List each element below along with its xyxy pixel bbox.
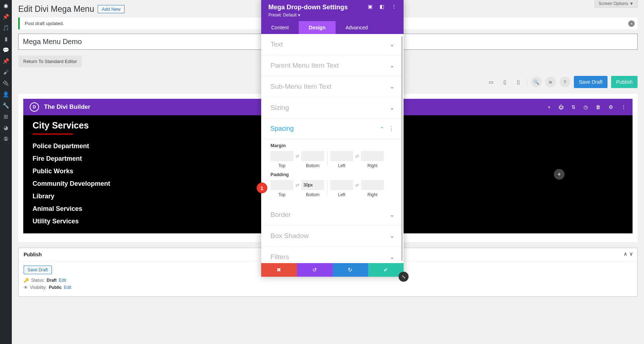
input-separator (327, 180, 327, 195)
chevron-down-icon: ⌄ (390, 63, 394, 68)
undo-button[interactable]: ↺ (297, 263, 333, 277)
edit-visibility-link[interactable]: Edit (64, 285, 71, 290)
chevron-down-icon: ⌄ (390, 84, 394, 89)
link-icon[interactable]: ⇄ (353, 154, 361, 159)
annotation-marker-1: 1 (257, 183, 267, 193)
add-icon[interactable]: + (548, 104, 551, 110)
margin-right-input[interactable] (361, 151, 384, 161)
top-label: Top (270, 192, 293, 197)
zoom-icon[interactable]: 🔍 (531, 77, 542, 87)
link-icon[interactable]: ⇄ (293, 183, 301, 188)
module-settings-panel[interactable]: Mega Drop-down Settings Preset: Default … (261, 0, 404, 277)
save-draft-small-button[interactable]: Save Draft (24, 266, 52, 274)
chevron-down-icon: ⌄ (390, 212, 394, 218)
notice-text: Post draft updated. (25, 21, 64, 26)
cancel-button[interactable]: ✖ (261, 263, 297, 277)
collapse-down-icon[interactable]: ∨ (629, 251, 633, 257)
divi-d-icon[interactable]: ① (0, 133, 12, 144)
section-parent-text[interactable]: Parent Menu Item Text ⌄ (261, 55, 404, 76)
menu-item[interactable]: Police Department (33, 142, 300, 150)
history-icon[interactable]: ◷ (584, 104, 588, 110)
collapse-up-icon[interactable]: ∧ (624, 251, 627, 257)
tools-icon[interactable]: 🔧 (0, 100, 12, 111)
comments-icon[interactable]: 💬 (0, 44, 12, 55)
section-border[interactable]: Border ⌄ (261, 204, 404, 226)
pages-icon[interactable]: ▮ (0, 33, 12, 44)
menu-item[interactable]: Utility Services (33, 218, 300, 225)
toolbar-divider (527, 78, 527, 86)
menu-item[interactable]: Public Works (33, 168, 300, 175)
split-view-icon[interactable]: ◧ (380, 4, 384, 9)
screen-options-toggle[interactable]: Screen Options ▼ (595, 0, 638, 8)
power-icon[interactable]: ⏻ (558, 104, 564, 110)
more-icon[interactable]: ⋮ (621, 104, 626, 110)
padding-top-input[interactable] (270, 180, 293, 190)
scrollbar[interactable] (401, 36, 403, 261)
fullscreen-icon[interactable]: ▣ (368, 4, 372, 9)
menu-item[interactable]: Animal Services (33, 205, 300, 213)
menu-item[interactable]: Library (33, 193, 300, 200)
dashboard-icon[interactable]: ◉ (0, 0, 12, 11)
settings-icon[interactable]: ⊞ (0, 111, 12, 122)
padding-left-input[interactable] (330, 180, 353, 190)
divi-icon[interactable]: ◕ (0, 122, 12, 133)
add-new-button[interactable]: Add New (98, 5, 125, 13)
users-icon[interactable]: 👤 (0, 89, 12, 100)
swap-icon[interactable]: ⇅ (571, 104, 576, 110)
resize-handle-icon[interactable]: ⤡ (399, 272, 409, 282)
tab-design[interactable]: Design (299, 21, 336, 34)
visibility-value: Public (49, 285, 62, 290)
section-box-shadow[interactable]: Box Shadow ⌄ (261, 226, 404, 247)
link-icon[interactable]: ⇄ (353, 183, 361, 188)
section-sizing[interactable]: Sizing ⌄ (261, 97, 404, 118)
section-spacing[interactable]: Spacing ⌃ ⋮ (261, 118, 404, 139)
menu-item[interactable]: Fire Department (33, 155, 300, 163)
gear-icon[interactable]: ⚙ (609, 104, 613, 110)
layers-icon[interactable]: ≋ (545, 77, 556, 87)
desktop-view-icon[interactable]: ▭ (486, 77, 496, 87)
wp-admin-sidebar[interactable]: ◉ 📌 🎵 ▮ 💬 📌 🖌 🔌 👤 🔧 ⊞ ◕ ① (0, 0, 12, 297)
section-heading: City Services (33, 120, 300, 131)
redo-button[interactable]: ↻ (332, 263, 368, 277)
margin-label: Margin (270, 143, 394, 148)
section-filters[interactable]: Filters ⌄ (261, 247, 404, 263)
add-column-icon[interactable]: + (554, 169, 565, 180)
chevron-down-icon: ⌄ (390, 42, 394, 47)
more-vert-icon[interactable]: ⋮ (391, 4, 396, 9)
input-separator (327, 151, 327, 166)
notice-dismiss-icon[interactable]: × (628, 20, 635, 27)
chevron-down-icon: ⌄ (390, 105, 394, 111)
section-text[interactable]: Text ⌄ (261, 34, 404, 55)
padding-bottom-input[interactable] (301, 180, 324, 190)
bottom-label: Bottom (301, 163, 324, 168)
plugins-icon[interactable]: 🔌 (0, 78, 12, 89)
pin-icon[interactable]: 📌 (0, 11, 12, 22)
appearance-icon[interactable]: 🖌 (0, 67, 12, 78)
margin-bottom-input[interactable] (301, 151, 324, 161)
tablet-view-icon[interactable]: ▯ (500, 77, 510, 87)
save-draft-button[interactable]: Save Draft (574, 76, 608, 88)
confirm-button[interactable]: ✔ (368, 263, 404, 277)
section-submenu-text[interactable]: Sub-Menu Item Text ⌄ (261, 76, 404, 97)
status-label: Status: (31, 278, 44, 283)
return-standard-editor-button[interactable]: Return To Standard Editor (18, 55, 82, 67)
tab-content[interactable]: Content (261, 21, 299, 34)
margin-left-input[interactable] (330, 151, 353, 161)
delete-icon[interactable]: 🗑 (596, 104, 601, 110)
padding-right-input[interactable] (361, 180, 384, 190)
status-value: Draft (47, 278, 57, 283)
mobile-view-icon[interactable]: ▯ (513, 77, 523, 87)
pin2-icon[interactable]: 📌 (0, 55, 12, 67)
publish-button[interactable]: Publish (611, 76, 638, 88)
settings-body[interactable]: Text ⌄ Parent Menu Item Text ⌄ Sub-Menu … (261, 34, 404, 263)
spacing-fields: Margin ⇄ Top Bottom (261, 143, 404, 204)
edit-status-link[interactable]: Edit (59, 278, 66, 283)
tab-advanced[interactable]: Advanced (336, 21, 378, 34)
link-icon[interactable]: ⇄ (293, 154, 301, 159)
settings-tabs: Content Design Advanced (261, 21, 404, 34)
margin-top-input[interactable] (270, 151, 293, 161)
section-more-icon[interactable]: ⋮ (389, 126, 394, 132)
media-icon[interactable]: 🎵 (0, 22, 12, 33)
help-icon[interactable]: ? (560, 77, 570, 87)
preset-label[interactable]: Preset: Default ▾ (268, 13, 348, 18)
